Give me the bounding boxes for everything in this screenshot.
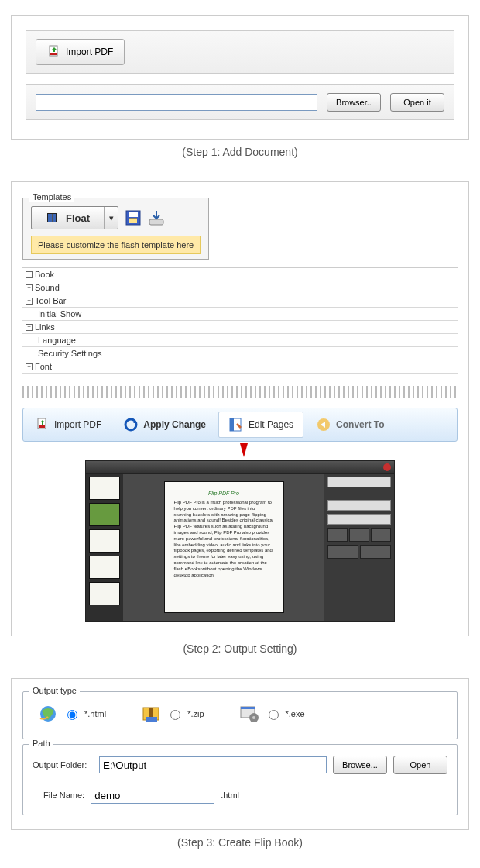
radio-input[interactable] [67,710,77,720]
path-group: Path Output Folder: Browse... Open File … [22,744,458,815]
tree-item-language[interactable]: Language [22,334,458,347]
browser-button[interactable]: Browser.. [327,93,381,112]
template-row: Float ▾ [31,206,201,229]
tree-item-toolbar[interactable]: +Tool Bar [22,294,458,308]
side-button[interactable] [327,500,391,511]
tree-label: Book [35,270,54,279]
toolbar-label: Apply Change [143,419,206,430]
open-button[interactable]: Open [393,756,447,774]
svg-rect-18 [146,717,157,722]
radio-label: *.zip [187,709,204,718]
arrow-down-icon [240,443,248,457]
import-download-icon[interactable] [148,209,165,226]
tree-label: Language [38,336,76,345]
page-editor-mock: Flip PDF Pro Flip PDF Pro is a much prof… [85,460,395,622]
toolbar-convert[interactable]: Convert To [307,412,393,437]
file-path-input[interactable] [36,94,317,111]
tree-item-book[interactable]: +Book [22,268,458,281]
svg-rect-8 [149,219,163,225]
radio-exe[interactable]: *.exe [238,703,305,725]
float-template-dropdown[interactable]: Float ▾ [31,206,118,229]
file-name-input[interactable] [91,787,214,804]
editor-titlebar [86,461,394,474]
tree-item-security[interactable]: Security Settings [22,347,458,360]
tree-item-links[interactable]: +Links [22,321,458,334]
output-folder-input[interactable] [99,756,327,773]
tree-label: Tool Bar [35,296,66,305]
thumbnail[interactable] [89,529,120,553]
save-disk-icon[interactable] [125,209,142,226]
output-type-group: Output type *.html *.zip *.exe [22,691,458,739]
svg-rect-4 [52,214,53,222]
toolbar-label: Edit Pages [249,419,293,430]
thumbnail[interactable] [89,477,120,500]
file-ext-label: .html [221,790,239,800]
svg-point-11 [125,419,136,430]
svg-rect-7 [129,219,137,223]
file-name-row: File Name: .html [33,787,447,804]
step1-caption: (Step 1: Add Document) [11,146,469,158]
import-pdf-button[interactable]: Import PDF [36,39,125,65]
float-label: Float [66,212,90,224]
svg-rect-13 [230,418,234,431]
exe-icon [238,703,260,725]
edit-pages-icon [228,417,244,432]
properties-panel [324,474,394,621]
convert-icon [316,417,331,432]
thumbnail[interactable] [89,503,120,526]
customize-hint: Please customize the flash template here [31,236,201,254]
zip-icon [140,703,162,725]
output-type-legend: Output type [29,686,80,695]
toolbar-import-pdf[interactable]: Import PDF [26,413,111,436]
expand-icon: + [26,363,33,370]
import-pdf-label: Import PDF [66,46,113,57]
refresh-icon [123,417,139,432]
globe-icon [37,703,59,725]
templates-group: Templates Float ▾ [22,198,209,260]
toolbar-apply-change[interactable]: Apply Change [114,412,215,437]
file-name-label: File Name: [43,790,84,800]
tree-label: Links [35,322,55,332]
step2-panel: Templates Float ▾ [11,181,469,636]
templates-legend: Templates [29,192,74,202]
document-text: Flip PDF Pro is a much professional prog… [174,500,274,578]
toolbar-edit-pages[interactable]: Edit Pages [218,412,303,438]
side-button[interactable] [327,514,391,525]
thumbnail[interactable] [89,582,120,605]
import-row: Import PDF [26,30,454,74]
side-button[interactable] [327,477,391,487]
toolbar-label: Convert To [336,419,384,430]
radio-label: *.exe [286,709,305,718]
svg-rect-6 [129,212,138,217]
toolbar-label: Import PDF [54,419,101,430]
expand-icon: + [26,284,33,291]
step1-panel: Import PDF Browser.. Open it [11,16,469,140]
svg-rect-20 [241,707,255,709]
divider [22,386,458,398]
step3-panel: Output type *.html *.zip *.exe Path Outp… [11,678,469,830]
radio-html[interactable]: *.html [37,703,106,725]
tree-label: Initial Show [38,309,81,319]
tree-item-sound[interactable]: +Sound [22,281,458,294]
radio-row: *.html *.zip *.exe [33,700,447,728]
expand-icon: + [26,324,33,331]
radio-input[interactable] [269,710,279,720]
tree-item-font[interactable]: +Font [22,360,458,374]
file-path-row: Browser.. Open it [26,84,454,120]
prop-row [327,528,391,542]
thumbnail[interactable] [89,556,120,579]
browse-button[interactable]: Browse... [333,756,387,774]
action-toolbar: Import PDF Apply Change Edit Pages Conve… [22,408,458,442]
open-it-button[interactable]: Open it [390,93,444,112]
step2-caption: (Step 2: Output Setting) [11,642,469,655]
book-icon [46,211,60,225]
page-canvas: Flip PDF Pro Flip PDF Pro is a much prof… [123,474,324,621]
tree-item-initial-show[interactable]: Initial Show [22,308,458,321]
svg-rect-10 [39,425,45,428]
radio-input[interactable] [170,710,180,720]
svg-rect-1 [50,53,57,55]
thumbnail-column [86,474,123,621]
expand-icon: + [26,298,33,305]
radio-zip[interactable]: *.zip [140,703,204,725]
chevron-down-icon: ▾ [104,207,118,229]
